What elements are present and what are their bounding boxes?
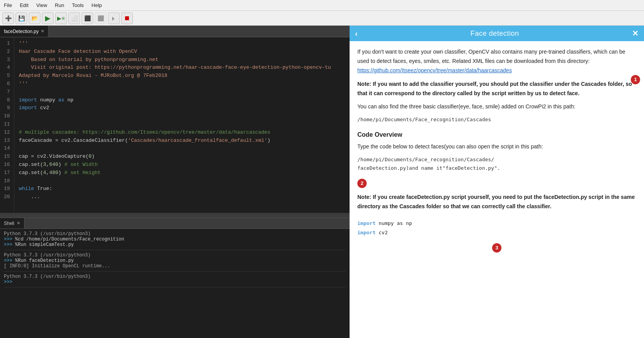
step-over-button[interactable]: ⬜ — [68, 12, 80, 24]
shell-block-3: Python 3.7.3 (/usr/bin/python3) >>> — [4, 274, 346, 287]
horizontal-scrollbar[interactable] — [0, 213, 350, 218]
new-button[interactable]: ➕ — [2, 12, 14, 24]
stop-button[interactable]: ⏹ — [121, 12, 133, 24]
menu-tools[interactable]: Tools — [70, 2, 85, 9]
tutorial-body: If you don't want to create your own cla… — [350, 41, 644, 338]
menu-run[interactable]: Run — [53, 2, 66, 9]
shell-header-2: Python 3.7.3 (/usr/bin/python3) — [4, 253, 346, 258]
shell-tab-label: Shell — [4, 221, 14, 226]
tutorial-prev-button[interactable]: ‹ — [355, 29, 358, 38]
code-content: 1234567891011121314151617181920 ''' Haar… — [0, 37, 350, 213]
open-button[interactable]: 📂 — [29, 12, 40, 24]
save-button[interactable]: 💾 — [16, 12, 27, 24]
shell-line-1: >>> %cd /home/pi/Documents/Face_recognit… — [4, 237, 346, 242]
code-text[interactable]: ''' Haar Cascade Face detection with Ope… — [14, 37, 350, 213]
shell-line-3: >>> %Run faceDetection.py — [4, 258, 346, 263]
tutorial-code-overview: Type the code below to detect faces(you … — [357, 142, 636, 152]
code-import-cv2: import cv2 — [357, 228, 636, 237]
shell-tab[interactable]: Shell ✕ — [0, 218, 24, 228]
shell-line-4: [ INFO:0] Initialize OpenCL runtime... — [4, 263, 346, 269]
code-import-numpy: import numpy as np — [357, 219, 636, 228]
tutorial-note2: Note: If you create faceDetection.py scr… — [357, 193, 636, 211]
tutorial-code-path: /home/pi/Documents/Face_recognition/Casc… — [357, 155, 636, 172]
main-area: faceDetection.py ✕ 123456789101112131415… — [0, 26, 644, 338]
ide-panel: faceDetection.py ✕ 123456789101112131415… — [0, 26, 350, 338]
editor-tab-facedetection[interactable]: faceDetection.py ✕ — [0, 26, 49, 37]
tutorial-header: ‹ Face detection ✕ — [350, 26, 644, 41]
shell-block-2: Python 3.7.3 (/usr/bin/python3) >>> %Run… — [4, 253, 346, 272]
menu-view[interactable]: View — [35, 2, 49, 9]
shell-tab-bar: Shell ✕ — [0, 218, 350, 229]
shell-line-5: >>> — [4, 279, 346, 285]
shell-line-2: >>> %Run simpleCamTest.py — [4, 242, 346, 247]
menu-edit[interactable]: Edit — [18, 2, 30, 9]
code-editor[interactable]: 1234567891011121314151617181920 ''' Haar… — [0, 37, 350, 218]
shell-panel: Shell ✕ Python 3.7.3 (/usr/bin/python3) … — [0, 218, 350, 338]
tutorial-classifier-path: /home/pi/Documents/Face_recognition/Casc… — [357, 115, 636, 124]
step-out-button[interactable]: ⬛ — [95, 12, 106, 24]
shell-tab-close[interactable]: ✕ — [17, 221, 20, 226]
menu-help[interactable]: Help — [90, 2, 104, 9]
badge-container-3: 3 — [357, 243, 636, 253]
tutorial-section-title: Code Overview — [357, 129, 636, 140]
continue-button[interactable]: ⏵ — [108, 12, 120, 24]
code-block: import numpy as np import cv2 — [357, 219, 636, 237]
editor-tab-bar: faceDetection.py ✕ — [0, 26, 350, 37]
shell-content[interactable]: Python 3.7.3 (/usr/bin/python3) >>> %cd … — [0, 229, 350, 338]
tutorial-classifier-text: You can also find the three basic classi… — [357, 102, 636, 112]
tutorial-intro: If you don't want to create your own cla… — [357, 47, 636, 75]
line-numbers: 1234567891011121314151617181920 — [0, 37, 14, 213]
step-badge-3: 3 — [492, 243, 501, 253]
tutorial-title: Face detection — [470, 30, 519, 38]
run-module-button[interactable]: ▶≡ — [55, 12, 67, 24]
tutorial-link[interactable]: https://github.com/Itseez/opencv/tree/ma… — [357, 67, 512, 73]
menu-file[interactable]: File — [2, 2, 14, 9]
badge-container-2: 2 — [357, 179, 636, 188]
shell-block-1: Python 3.7.3 (/usr/bin/python3) >>> %cd … — [4, 231, 346, 250]
shell-header-3: Python 3.7.3 (/usr/bin/python3) — [4, 274, 346, 279]
menu-bar: File Edit View Run Tools Help — [0, 0, 644, 11]
tutorial-panel: ‹ Face detection ✕ If you don't want to … — [350, 26, 644, 338]
toolbar: ➕ 💾 📂 ▶ ▶≡ ⬜ ⬛ ⬛ ⏵ ⏹ — [0, 11, 644, 26]
step-badge-1: 1 — [631, 75, 640, 84]
tutorial-close-button[interactable]: ✕ — [632, 29, 639, 38]
step-badge-2: 2 — [357, 179, 367, 188]
tutorial-note1: Note: If you want to add the classifier … — [357, 80, 636, 98]
run-button[interactable]: ▶ — [42, 12, 54, 24]
step-into-button[interactable]: ⬛ — [82, 12, 93, 24]
editor-tab-close[interactable]: ✕ — [41, 29, 44, 34]
editor-tab-label: faceDetection.py — [4, 29, 38, 34]
shell-header-1: Python 3.7.3 (/usr/bin/python3) — [4, 231, 346, 237]
